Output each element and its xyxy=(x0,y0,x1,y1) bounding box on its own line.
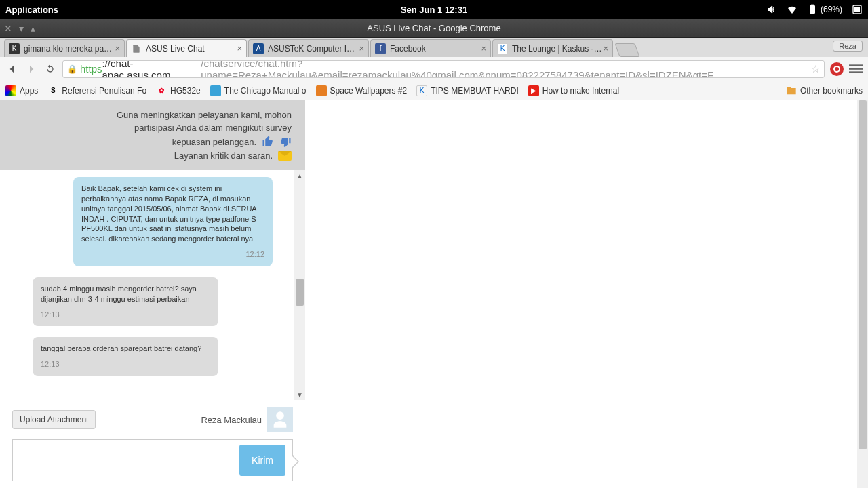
svg-rect-6 xyxy=(849,64,863,66)
bookmark-label: Apps xyxy=(20,86,38,96)
svg-point-5 xyxy=(835,67,839,71)
tab-close-icon[interactable]: × xyxy=(603,43,608,54)
message-text: Baik Bapak, setelah kami cek di system i… xyxy=(81,184,264,244)
url-host: ://chat-apac.asus.com xyxy=(102,60,201,78)
address-bar[interactable]: 🔒 https://chat-apac.asus.com/chatservice… xyxy=(62,60,825,78)
window-title: ASUS Live Chat - Google Chrome xyxy=(367,23,500,33)
battery-percent: (69%) xyxy=(821,5,842,14)
page-scrollbar[interactable] xyxy=(857,100,868,488)
favicon-icon: f xyxy=(375,43,386,54)
scroll-up-icon[interactable]: ▲ xyxy=(294,170,305,181)
folder-icon xyxy=(786,85,797,96)
battery-indicator[interactable]: (69%) xyxy=(807,4,842,15)
window-titlebar: ✕ ▾ ▴ ASUS Live Chat - Google Chrome xyxy=(0,19,868,38)
chat-messages-area: Baik Bapak, setelah kami cek di system i… xyxy=(0,170,305,400)
bookmarks-bar: Apps SReferensi Penulisan Fo ✿HG532e The… xyxy=(0,81,868,100)
favicon-icon: K xyxy=(416,85,427,96)
chat-message-user: tanggal berapa orderan sparepart batrei … xyxy=(33,337,218,376)
apps-shortcut[interactable]: Apps xyxy=(5,85,38,96)
bookmark-label: Other bookmarks xyxy=(800,86,863,96)
survey-text: partisipasi Anda dalam mengikuti survey xyxy=(14,123,292,133)
reload-button[interactable] xyxy=(43,62,57,76)
favicon-icon: S xyxy=(47,85,58,96)
close-window-icon[interactable]: ✕ xyxy=(4,23,12,34)
survey-text: kepuasan pelanggan. xyxy=(172,137,256,147)
chat-widget: Guna meningkatkan pelayanan kami, mohon … xyxy=(0,100,305,488)
favicon-icon: ✿ xyxy=(156,85,167,96)
favicon-icon: K xyxy=(497,43,508,54)
browser-tab[interactable]: K The Lounge | Kaskus - The × xyxy=(492,39,613,57)
other-bookmarks[interactable]: Other bookmarks xyxy=(786,85,863,96)
bookmark-label: Space Wallpapers #2 xyxy=(330,86,408,96)
back-button[interactable] xyxy=(5,62,19,76)
message-time: 12:13 xyxy=(41,359,210,369)
message-text: sudah 4 minggu masih mengorder batrei? s… xyxy=(41,284,210,304)
maximize-window-icon[interactable]: ▴ xyxy=(31,23,35,34)
bookmark-label: Referensi Penulisan Fo xyxy=(62,86,146,96)
scroll-thumb[interactable] xyxy=(296,279,304,306)
url-path: /chatservice/chat.htm?uname=Reza+Mackula… xyxy=(201,60,811,78)
minimize-window-icon[interactable]: ▾ xyxy=(19,23,24,34)
apps-icon xyxy=(5,85,16,96)
bookmark-label: HG532e xyxy=(170,86,201,96)
chrome-user-badge[interactable]: Reza xyxy=(833,41,863,52)
mail-icon[interactable] xyxy=(278,151,292,161)
tab-label: gimana klo mereka pacar xyxy=(24,44,115,54)
user-avatar xyxy=(267,407,293,432)
favicon-icon xyxy=(316,85,327,96)
upload-attachment-button[interactable]: Upload Attachment xyxy=(12,410,96,429)
browser-tab-strip: K gimana klo mereka pacar × ASUS Live Ch… xyxy=(0,38,868,57)
bookmark-item[interactable]: KTIPS MEMBUAT HARDI xyxy=(416,85,519,96)
bookmark-item[interactable]: ✿HG532e xyxy=(156,85,201,96)
system-top-bar: Applications Sen Jun 1 12:31 (69%) xyxy=(0,0,868,19)
message-time: 12:12 xyxy=(81,249,264,260)
chrome-menu-icon[interactable] xyxy=(849,62,863,76)
chat-input-row[interactable]: Kirim xyxy=(12,439,293,481)
bookmark-label: TIPS MEMBUAT HARDI xyxy=(431,86,519,96)
bookmark-label: How to make Internal xyxy=(542,86,619,96)
url-scheme: https xyxy=(80,63,102,75)
svg-rect-0 xyxy=(810,5,815,14)
window-list-icon[interactable] xyxy=(852,4,863,15)
chat-scrollbar[interactable]: ▲ ▼ xyxy=(294,170,305,400)
tab-close-icon[interactable]: × xyxy=(237,43,242,54)
survey-banner: Guna meningkatkan pelayanan kami, mohon … xyxy=(0,100,305,170)
new-tab-button[interactable] xyxy=(614,43,639,57)
chat-message-agent: Baik Bapak, setelah kami cek di system i… xyxy=(73,177,273,266)
message-text: tanggal berapa orderan sparepart batrei … xyxy=(41,344,210,354)
browser-tab[interactable]: K gimana klo mereka pacar × xyxy=(4,39,125,57)
favicon-icon: ▶ xyxy=(528,85,539,96)
extension-icon[interactable] xyxy=(830,62,844,76)
bookmark-label: The Chicago Manual o xyxy=(224,86,307,96)
browser-tab-active[interactable]: ASUS Live Chat × xyxy=(126,39,247,57)
bookmark-item[interactable]: Space Wallpapers #2 xyxy=(316,85,408,96)
bookmark-item[interactable]: The Chicago Manual o xyxy=(210,85,307,96)
send-button[interactable]: Kirim xyxy=(239,445,285,476)
svg-rect-3 xyxy=(854,7,860,12)
chat-username: Reza Mackulau xyxy=(201,415,262,425)
chat-message-user: sudah 4 minggu masih mengorder batrei? s… xyxy=(33,277,218,327)
tab-close-icon[interactable]: × xyxy=(115,43,120,54)
tab-close-icon[interactable]: × xyxy=(359,43,364,54)
volume-icon[interactable] xyxy=(766,4,777,15)
svg-rect-8 xyxy=(849,71,863,73)
thumbs-up-icon[interactable] xyxy=(262,136,274,148)
tab-label: ASUSTeK Computer Inc. -S xyxy=(268,44,359,54)
tab-label: ASUS Live Chat xyxy=(146,44,205,54)
browser-tab[interactable]: f Facebook × xyxy=(370,39,491,57)
thumbs-down-icon[interactable] xyxy=(279,136,292,148)
scroll-down-icon[interactable]: ▼ xyxy=(294,389,305,400)
tab-label: The Lounge | Kaskus - The xyxy=(512,44,603,54)
favicon-icon xyxy=(210,85,221,96)
bookmark-item[interactable]: ▶How to make Internal xyxy=(528,85,619,96)
tab-close-icon[interactable]: × xyxy=(481,43,486,54)
bookmark-star-icon[interactable]: ☆ xyxy=(811,63,820,75)
bookmark-item[interactable]: SReferensi Penulisan Fo xyxy=(47,85,146,96)
page-content: Guna meningkatkan pelayanan kami, mohon … xyxy=(0,100,868,488)
browser-tab[interactable]: A ASUSTeK Computer Inc. -S × xyxy=(248,39,369,57)
applications-menu[interactable]: Applications xyxy=(5,5,58,15)
wifi-icon[interactable] xyxy=(787,4,797,15)
system-clock: Sen Jun 1 12:31 xyxy=(401,5,467,15)
message-time: 12:13 xyxy=(41,310,210,320)
scroll-thumb[interactable] xyxy=(859,100,867,449)
